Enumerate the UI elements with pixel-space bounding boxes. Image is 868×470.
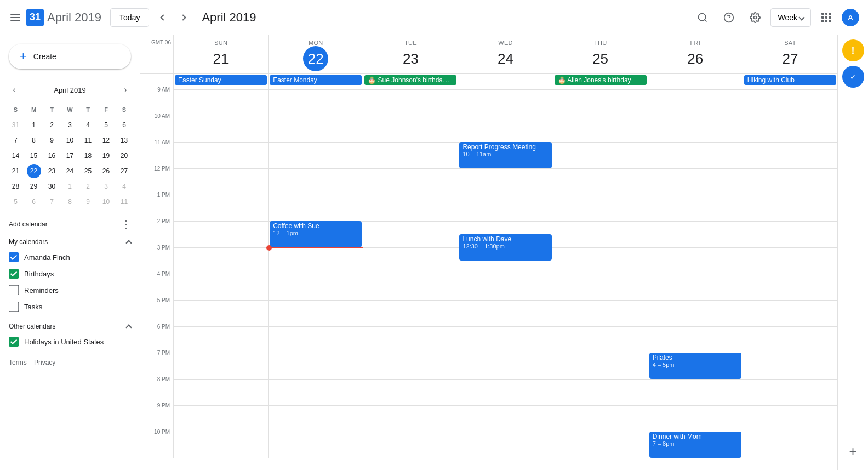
terms-link[interactable]: Terms [9,359,27,366]
other-calendars-header[interactable]: Other calendars [0,319,140,333]
mini-day[interactable]: 19 [99,149,113,163]
right-panel-icon-1[interactable]: ! [842,39,864,61]
event-coffee[interactable]: Coffee with Sue12 – 1pm [270,221,362,247]
day-number[interactable]: 24 [493,46,518,71]
calendar-checkbox-holidays[interactable] [9,337,19,347]
day-header-2[interactable]: TUE23 [363,35,458,73]
mini-day[interactable]: 5 [9,195,23,209]
calendar-item-holidays[interactable]: Holidays in United States [0,333,140,350]
event-report[interactable]: Report Progress Meeting10 – 11am [459,142,551,168]
mini-day[interactable]: 1 [27,118,41,132]
mini-day[interactable]: 17 [63,149,77,163]
mini-day[interactable]: 7 [9,133,23,148]
mini-day[interactable]: 22 [27,164,41,178]
mini-day[interactable]: 11 [81,133,95,148]
apps-button[interactable] [815,7,837,29]
all-day-event[interactable]: Hiking with Club [744,75,836,85]
mini-day[interactable]: 10 [63,133,77,148]
user-avatar[interactable]: A [842,9,859,26]
all-day-event[interactable]: 🎂 Allen Jones's birthday [555,75,647,85]
event-dinner[interactable]: Dinner with Mom7 – 8pm [649,432,741,458]
calendar-checkbox-tasks[interactable] [9,302,19,312]
mini-day[interactable]: 3 [99,179,113,194]
mini-day[interactable]: 1 [63,179,77,194]
mini-day[interactable]: 21 [9,164,23,178]
mini-day[interactable]: 26 [99,164,113,178]
day-column-3[interactable]: Report Progress Meeting10 – 11amLunch wi… [458,89,552,458]
day-header-5[interactable]: FRI26 [648,35,743,73]
add-calendar-row[interactable]: Add calendar ⋮ [0,214,140,235]
mini-day[interactable]: 23 [45,164,59,178]
day-header-3[interactable]: WED24 [458,35,552,73]
day-column-2[interactable] [363,89,458,458]
day-number[interactable]: 22 [303,46,328,71]
mini-day[interactable]: 25 [81,164,95,178]
day-number[interactable]: 23 [398,46,423,71]
add-event-area[interactable]: + [849,444,856,466]
privacy-link[interactable]: Privacy [34,359,55,366]
day-column-5[interactable]: Pilates4 – 5pmDinner with Mom7 – 8pm [648,89,743,458]
mini-day[interactable]: 2 [45,118,59,132]
mini-day[interactable]: 13 [117,133,132,148]
calendar-item-amanda[interactable]: Amanda Finch [0,249,140,265]
settings-button[interactable] [744,7,766,29]
view-selector[interactable]: Week [770,8,811,27]
mini-day[interactable]: 9 [45,133,59,148]
mini-day[interactable]: 29 [27,179,41,194]
mini-day[interactable]: 7 [45,195,59,209]
mini-day[interactable]: 28 [9,179,23,194]
mini-day[interactable]: 20 [117,149,132,163]
mini-day[interactable]: 4 [117,179,132,194]
mini-next-month[interactable]: › [118,82,133,98]
today-button[interactable]: Today [110,8,149,27]
mini-day[interactable]: 14 [9,149,23,163]
day-header-1[interactable]: MON22 [268,35,363,73]
mini-day[interactable]: 9 [81,195,95,209]
mini-day[interactable]: 10 [99,195,113,209]
calendar-item-reminders[interactable]: Reminders [0,282,140,298]
create-button[interactable]: + Create [9,44,131,69]
calendar-item-tasks[interactable]: Tasks [0,298,140,315]
prev-week-button[interactable] [153,8,173,27]
all-day-event[interactable]: Easter Sunday [175,75,267,85]
help-button[interactable] [718,7,740,29]
calendar-checkbox-birthdays[interactable] [9,269,19,279]
add-event-plus-icon[interactable]: + [849,444,856,459]
event-lunch[interactable]: Lunch with Dave12:30 – 1:30pm [459,234,551,261]
mini-day[interactable]: 2 [81,179,95,194]
mini-day[interactable]: 12 [99,133,113,148]
day-number[interactable]: 21 [208,46,233,71]
mini-day[interactable]: 8 [27,133,41,148]
next-week-button[interactable] [173,8,193,27]
mini-day[interactable]: 5 [99,118,113,132]
day-number[interactable]: 25 [588,46,613,71]
event-pilates[interactable]: Pilates4 – 5pm [649,353,741,379]
day-number[interactable]: 27 [778,46,803,71]
day-column-6[interactable] [743,89,837,458]
calendar-checkbox-reminders[interactable] [9,285,19,295]
mini-day[interactable]: 30 [45,179,59,194]
day-header-0[interactable]: SUN21 [173,35,268,73]
mini-prev-month[interactable]: ‹ [7,82,22,98]
mini-day[interactable]: 3 [63,118,77,132]
mini-day[interactable]: 11 [117,195,132,209]
mini-day[interactable]: 27 [117,164,132,178]
search-button[interactable] [692,7,713,29]
right-panel-icon-2[interactable]: ✓ [842,66,864,88]
all-day-event[interactable]: Easter Monday [270,75,362,85]
my-calendars-header[interactable]: My calendars [0,235,140,249]
day-header-6[interactable]: SAT27 [743,35,837,73]
mini-day[interactable]: 24 [63,164,77,178]
day-number[interactable]: 26 [683,46,708,71]
day-column-1[interactable]: Coffee with Sue12 – 1pm [268,89,363,458]
mini-day[interactable]: 4 [81,118,95,132]
mini-day[interactable]: 18 [81,149,95,163]
mini-day[interactable]: 8 [63,195,77,209]
all-day-event[interactable]: 🎂 Sue Johnson's birthda… [364,75,456,85]
day-header-4[interactable]: THU25 [553,35,648,73]
mini-day[interactable]: 16 [45,149,59,163]
mini-day[interactable]: 31 [9,118,23,132]
mini-day[interactable]: 6 [27,195,41,209]
day-column-0[interactable] [173,89,268,458]
calendar-checkbox-amanda[interactable] [9,252,19,262]
